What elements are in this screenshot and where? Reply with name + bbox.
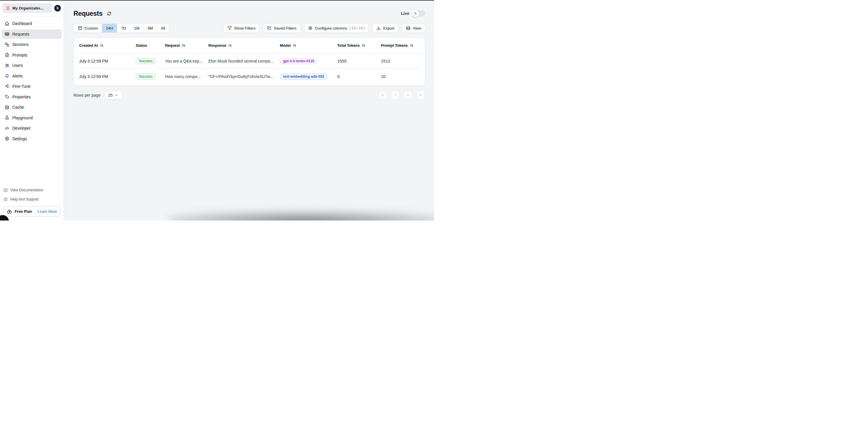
- sidebar-item-label: Fine-Tune: [12, 84, 30, 89]
- sliders-icon: [308, 26, 313, 30]
- time-range-all[interactable]: All: [157, 24, 169, 32]
- sidebar-item-alerts[interactable]: Alerts: [2, 71, 62, 80]
- live-toggle[interactable]: [412, 10, 425, 16]
- column-label: Total Tokens: [337, 43, 360, 47]
- cell-model: gpt-3.5-turbo-0125: [280, 58, 337, 64]
- sidebar-item-developer[interactable]: Developer: [2, 124, 62, 133]
- sidebar: My Organizatio... S Dashboard Requests S…: [0, 0, 64, 220]
- saved-filters-button[interactable]: Saved Filters: [263, 24, 301, 33]
- sidebar-item-label: Prompts: [12, 53, 27, 57]
- column-header-status[interactable]: Status: [136, 43, 165, 47]
- first-page-button[interactable]: [378, 91, 387, 100]
- refresh-button[interactable]: [107, 11, 112, 16]
- live-label: Live: [401, 11, 409, 16]
- column-header-model[interactable]: Model: [280, 43, 337, 47]
- toolbar: Custom 24H 7D 1M 3M All Show Filters Sav…: [73, 24, 425, 33]
- table-row[interactable]: July 3 12:59 PM Success How many compa..…: [74, 69, 425, 84]
- time-range-label: 24H: [106, 26, 113, 30]
- sidebar-footer: View Documentation Help And Support Free…: [0, 183, 64, 220]
- calendar-icon: [78, 26, 82, 30]
- app-root: My Organizatio... S Dashboard Requests S…: [0, 0, 434, 220]
- cell-created-at: July 3 12:59 PM: [79, 74, 136, 79]
- org-switcher[interactable]: My Organizatio...: [3, 3, 52, 13]
- sort-icon: [410, 43, 414, 47]
- window-bottom-shadow: [170, 208, 434, 220]
- sparkles-icon: [5, 84, 9, 89]
- gear-icon: [5, 136, 9, 141]
- column-header-response[interactable]: Response: [208, 43, 280, 47]
- download-icon: [376, 26, 381, 30]
- sidebar-item-fine-tune[interactable]: Fine-Tune: [2, 82, 62, 91]
- book-open-icon: [3, 188, 8, 193]
- sort-icon: [182, 43, 185, 47]
- sidebar-item-prompts[interactable]: Prompts: [2, 50, 62, 60]
- time-range-7d[interactable]: 7D: [117, 24, 130, 32]
- cell-status: Success: [136, 58, 165, 64]
- next-page-button[interactable]: [404, 91, 412, 100]
- export-button[interactable]: Export: [372, 24, 398, 33]
- building-icon: [5, 6, 10, 10]
- sidebar-item-properties[interactable]: Properties: [2, 92, 62, 102]
- window-top-edge: [0, 0, 434, 1]
- table-header-row: Created At Status Request Response Model: [74, 38, 425, 53]
- cell-request: You are a Q&A exp...: [165, 59, 208, 63]
- learn-more-link[interactable]: Learn More: [38, 209, 57, 214]
- column-header-created-at[interactable]: Created At: [79, 43, 136, 47]
- sidebar-item-settings[interactable]: Settings: [2, 134, 62, 143]
- configure-columns-button[interactable]: Configure columns ( 14 / 14 ): [304, 24, 369, 33]
- document-icon: [5, 53, 9, 57]
- time-range-label: 7D: [121, 26, 126, 30]
- time-range-24h[interactable]: 24H: [102, 24, 117, 32]
- sidebar-item-cache[interactable]: Cache: [2, 103, 62, 112]
- rows-per-page-value: 25: [108, 93, 113, 98]
- action-label: Export: [383, 26, 394, 30]
- view-button[interactable]: View: [402, 24, 425, 33]
- pager: [378, 91, 425, 100]
- sidebar-item-dashboard[interactable]: Dashboard: [2, 19, 62, 28]
- chevron-double-left-icon: [381, 93, 385, 97]
- page-title: Requests: [73, 10, 102, 18]
- last-page-button[interactable]: [416, 91, 425, 100]
- previous-page-button[interactable]: [391, 91, 400, 100]
- live-toggle-group: Live: [401, 10, 425, 16]
- plan-label: Free Plan: [14, 209, 32, 214]
- cell-response: "GF+/PAvdYbyrrGo8yFz6vIeSU7w...: [208, 74, 280, 79]
- sidebar-item-label: Dashboard: [12, 21, 32, 26]
- sidebar-item-playground[interactable]: Playground: [2, 113, 62, 123]
- live-toggle-knob: [412, 10, 419, 17]
- view-documentation-link[interactable]: View Documentation: [3, 185, 60, 195]
- sidebar-item-label: Cache: [12, 105, 24, 109]
- column-header-request[interactable]: Request: [165, 43, 208, 47]
- plan-banner[interactable]: Free Plan Learn More: [3, 206, 60, 217]
- page-header: Requests Live: [73, 9, 425, 19]
- refresh-icon: [107, 11, 112, 16]
- layers-icon: [406, 26, 410, 30]
- rows-per-page-label: Rows per page: [73, 93, 100, 98]
- model-badge: gpt-3.5-turbo-0125: [280, 58, 317, 64]
- cell-response: Elon Musk founded several compa...: [208, 59, 280, 63]
- time-range-3m[interactable]: 3M: [144, 24, 157, 32]
- sidebar-item-users[interactable]: Users: [2, 61, 62, 70]
- time-range-custom[interactable]: Custom: [74, 24, 102, 32]
- sort-icon: [362, 43, 365, 47]
- table-row[interactable]: July 3 12:59 PM Success You are a Q&A ex…: [74, 53, 425, 69]
- beaker-icon: [5, 115, 9, 120]
- code-icon: [5, 126, 9, 131]
- sidebar-item-label: Sessions: [12, 42, 29, 47]
- org-name: My Organizatio...: [12, 6, 43, 10]
- column-label: Request: [165, 43, 180, 47]
- avatar[interactable]: S: [54, 5, 61, 11]
- time-range-1m[interactable]: 1M: [130, 24, 144, 32]
- column-header-total-tokens[interactable]: Total Tokens: [337, 43, 381, 47]
- cell-total-tokens: 1555: [337, 59, 381, 63]
- cell-created-at: July 3 12:59 PM: [79, 59, 136, 63]
- show-filters-button[interactable]: Show Filters: [223, 24, 259, 33]
- pagination-row: Rows per page 25: [73, 91, 425, 100]
- sidebar-item-requests[interactable]: Requests: [2, 30, 62, 39]
- rows-per-page-select[interactable]: 25: [104, 91, 122, 100]
- sidebar-item-label: Properties: [12, 95, 31, 99]
- column-header-prompt-tokens[interactable]: Prompt Tokens: [381, 43, 420, 47]
- sidebar-item-sessions[interactable]: Sessions: [2, 40, 62, 49]
- help-and-support-link[interactable]: Help And Support: [3, 195, 60, 204]
- chevron-left-icon: [393, 93, 398, 97]
